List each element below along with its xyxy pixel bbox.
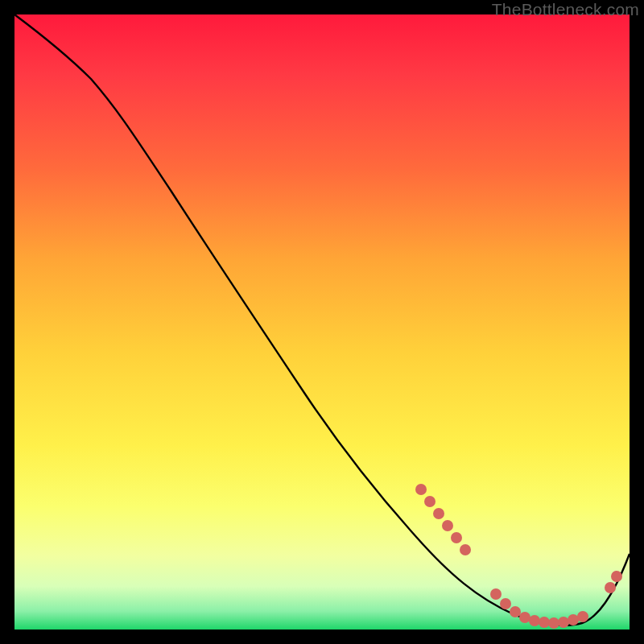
series-curve [14, 14, 630, 625]
svg-point-6 [490, 588, 502, 600]
svg-point-17 [611, 571, 622, 582]
marker-cluster-valley [490, 588, 588, 629]
marker-cluster-ascent [605, 571, 622, 593]
svg-point-5 [460, 544, 471, 555]
svg-point-0 [415, 484, 427, 495]
svg-point-14 [568, 614, 579, 625]
svg-point-13 [558, 617, 569, 628]
svg-point-15 [577, 611, 588, 622]
svg-point-7 [500, 598, 511, 609]
chart-frame: TheBottleneck.com [0, 0, 644, 644]
svg-point-8 [510, 606, 521, 617]
svg-point-4 [451, 532, 462, 543]
svg-point-11 [539, 617, 550, 628]
svg-point-16 [605, 582, 616, 593]
svg-point-10 [529, 615, 540, 626]
svg-point-2 [433, 508, 444, 519]
plot-area [14, 14, 630, 630]
svg-point-3 [442, 520, 453, 531]
svg-point-12 [548, 617, 559, 629]
svg-point-1 [424, 496, 436, 507]
watermark-text: TheBottleneck.com [492, 0, 639, 19]
svg-point-9 [519, 612, 530, 623]
chart-svg [14, 14, 630, 630]
